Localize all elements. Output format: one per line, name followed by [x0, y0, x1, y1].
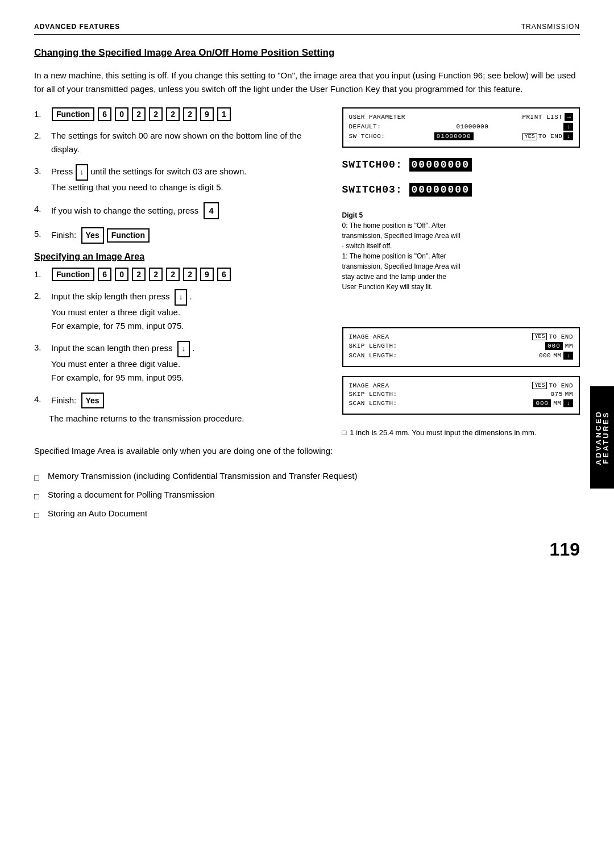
lcd3-label2: SKIP LENGTH:	[349, 391, 397, 398]
lcd1-label2: DEFAULT:	[349, 123, 381, 130]
lcd1-row2: DEFAULT: 01000000 ↓	[349, 123, 574, 131]
lcd1-row1: USER PARAMETER PRINT LIST →	[349, 113, 574, 121]
p2-key-2c: 2	[166, 268, 180, 281]
step-3-num: 3.	[34, 164, 47, 194]
key-2b: 2	[149, 107, 163, 121]
lcd1-value3: 01000000	[434, 132, 474, 140]
checkbox-item-2: □ Storing a document for Polling Transmi…	[34, 488, 580, 503]
function-key-1: Function	[52, 107, 94, 121]
intro-text: In a new machine, this setting is off. I…	[34, 69, 580, 96]
arrow-down-btn-3: ↓	[177, 341, 190, 357]
note-inch-container: □ 1 inch is 25.4 mm. You must input the …	[342, 427, 580, 439]
step-4-content: If you wish to change the setting, press…	[51, 202, 325, 219]
spacer	[342, 301, 580, 318]
lcd2-row2: SKIP LENGTH: 000 MM	[349, 342, 574, 350]
digit-annotation: Digit 5 0: The home position is "Off". A…	[342, 210, 580, 292]
step-3-content: Press ↓ until the settings for switch 03…	[51, 164, 325, 194]
lcd2-label3: SCAN LENGTH:	[349, 352, 397, 359]
lcd2-unit2: MM	[565, 343, 573, 349]
lcd1-label3: SW TCH00:	[349, 133, 385, 140]
page-number: 119	[34, 539, 580, 560]
lcd1-value1: PRINT LIST	[522, 114, 562, 120]
checkbox-icon-2: □	[34, 490, 43, 503]
lcd-display-1: USER PARAMETER PRINT LIST → DEFAULT: 010…	[342, 107, 580, 148]
lcd1-arrow-down2: ↓	[563, 132, 573, 140]
lcd3-end: TO END	[549, 382, 573, 389]
key-6: 6	[98, 107, 111, 121]
step-p2-3-num: 3.	[34, 341, 47, 385]
switch00-display: SWITCH00: 00000000	[342, 157, 580, 173]
num-4-box: 4	[204, 202, 219, 219]
step-p2-3-content: Input the scan length then press ↓ . You…	[51, 341, 325, 385]
finish-text: The machine returns to the transmission …	[49, 412, 325, 425]
lcd1-value2: 01000000	[456, 123, 488, 130]
lcd-display-3: IMAGE AREA YES TO END SKIP LENGTH: 075 M…	[342, 376, 580, 415]
lcd2-unit3: MM	[553, 352, 561, 359]
header-right: TRANSMISSION	[521, 23, 580, 31]
step-p2-4-num: 4.	[34, 393, 47, 408]
checkbox-label-3: Storing an Auto Document	[48, 507, 147, 520]
section-title: Changing the Specified Image Area On/Off…	[34, 47, 580, 59]
lcd3-label1: IMAGE AREA	[349, 382, 389, 389]
switch03-text: SWITCH03: 00000000	[342, 184, 580, 195]
key-2c: 2	[166, 107, 180, 121]
p2-key-2b: 2	[149, 268, 163, 281]
main-content: 1. Function 6 0 2 2 2 2 9 1 2. The setti…	[34, 107, 580, 439]
left-column: 1. Function 6 0 2 2 2 2 9 1 2. The setti…	[34, 107, 325, 439]
p2-key-6: 6	[98, 268, 111, 281]
lcd3-unit3: MM	[553, 400, 561, 407]
page-header: ADVANCED FEATURES TRANSMISSION	[34, 23, 580, 35]
lcd3-row3: SCAN LENGTH: 000 MM ↓	[349, 399, 574, 407]
switch03-display: SWITCH03: 00000000	[342, 182, 580, 198]
p2-key-2d: 2	[183, 268, 197, 281]
key-9: 9	[200, 107, 214, 121]
footer-text: Specified Image Area is available only w…	[34, 444, 580, 458]
lcd2-row1: IMAGE AREA YES TO END	[349, 333, 574, 340]
key-1: 1	[217, 107, 231, 121]
switch00-text: SWITCH00: 00000000	[342, 159, 580, 170]
step-p2-1-content: Function 6 0 2 2 2 2 9 6	[51, 268, 325, 281]
lcd2-label2: SKIP LENGTH:	[349, 343, 397, 349]
checkbox-icon-1: □	[34, 471, 43, 485]
lcd2-yes: YES	[532, 333, 547, 340]
lcd1-arrow-down: ↓	[563, 123, 573, 131]
lcd1-yes: YES	[522, 133, 537, 140]
step-1: 1. Function 6 0 2 2 2 2 9 1	[34, 107, 325, 121]
lcd3-row2: SKIP LENGTH: 075 MM	[349, 391, 574, 398]
switch03-value: 00000000	[409, 183, 472, 197]
step-2-content: The settings for switch 00 are now shown…	[51, 129, 325, 156]
step-1-content: Function 6 0 2 2 2 2 9 1	[51, 107, 325, 121]
lcd1-row3: SW TCH00: 01000000 YES TO END ↓	[349, 132, 574, 140]
subsection-title: Specifying an Image Area	[34, 252, 325, 262]
yes-key-2: Yes	[81, 393, 104, 408]
checkbox-icon-3: □	[34, 508, 43, 522]
lcd3-value2: 075	[550, 391, 562, 398]
lcd3-value3: 000	[533, 399, 551, 407]
lcd2-label1: IMAGE AREA	[349, 333, 389, 340]
lcd2-arrow-down: ↓	[563, 352, 573, 360]
lcd3-unit2: MM	[565, 391, 573, 398]
sidebar-text: ADVANCEDFEATURES	[595, 410, 609, 465]
lcd-display-2: IMAGE AREA YES TO END SKIP LENGTH: 000 M…	[342, 327, 580, 367]
note-inch-text: 1 inch is 25.4 mm. You must input the di…	[350, 427, 536, 439]
function-key-5: Function	[107, 228, 150, 242]
step-4: 4. If you wish to change the setting, pr…	[34, 202, 325, 219]
step-5: 5. Finish: Yes Function	[34, 227, 325, 243]
step-p2-1-num: 1.	[34, 268, 47, 281]
note-checkbox-icon: □	[342, 428, 347, 437]
p2-key-6b: 6	[217, 268, 231, 281]
key-2a: 2	[132, 107, 146, 121]
p2-key-9: 9	[200, 268, 214, 281]
step-p2-4: 4. Finish: Yes	[34, 393, 325, 408]
checkbox-item-3: □ Storing an Auto Document	[34, 507, 580, 522]
lcd1-arrow-right: →	[565, 113, 573, 121]
lcd2-value3: 000	[539, 352, 551, 359]
step-3: 3. Press ↓ until the settings for switch…	[34, 164, 325, 194]
step-5-content: Finish: Yes Function	[51, 227, 325, 243]
lcd2-row3: SCAN LENGTH: 000 MM ↓	[349, 352, 574, 360]
lcd2-end: TO END	[549, 333, 573, 340]
header-left: ADVANCED FEATURES	[34, 23, 120, 31]
step-p2-2-num: 2.	[34, 289, 47, 333]
lcd1-label1: USER PARAMETER	[349, 114, 405, 120]
step-2: 2. The settings for switch 00 are now sh…	[34, 129, 325, 156]
